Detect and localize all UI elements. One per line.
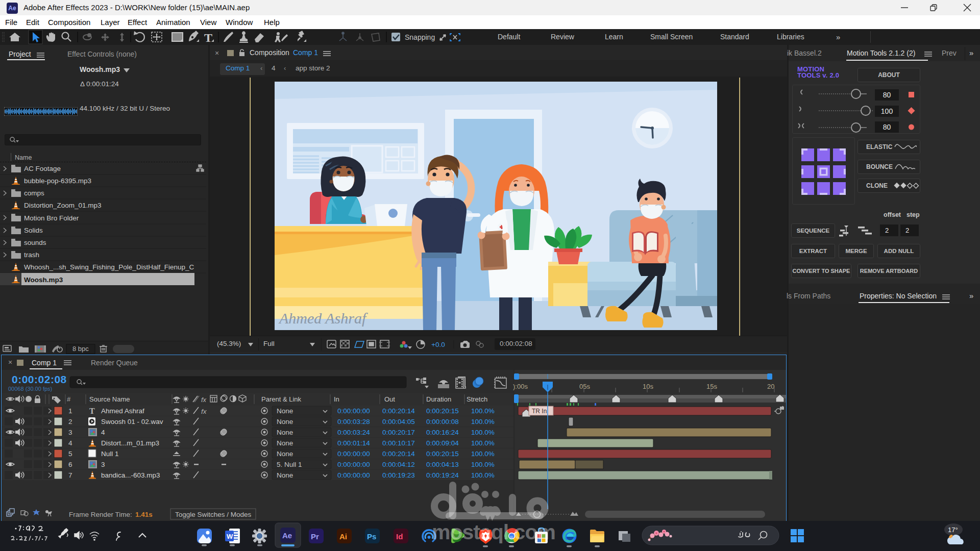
svg-text:1.41s: 1.41s (135, 511, 153, 518)
svg-text:+0.0: +0.0 (431, 341, 445, 348)
svg-text:100.0%: 100.0% (471, 461, 495, 468)
svg-text:):00s: ):00s (513, 383, 528, 390)
svg-text:T: T (204, 31, 212, 44)
svg-text:0:00:00:00: 0:00:00:00 (337, 471, 370, 479)
svg-text:In: In (334, 395, 339, 403)
svg-text:Pr: Pr (311, 532, 319, 541)
svg-text:Ps: Ps (367, 532, 376, 541)
svg-text:Parent & Link: Parent & Link (261, 395, 302, 403)
svg-text:Frame Render Time:: Frame Render Time: (69, 511, 132, 518)
svg-text:#: # (67, 395, 71, 403)
svg-text:TR In: TR In (532, 408, 547, 415)
svg-text:7: 7 (68, 471, 72, 479)
svg-text:bubble-pop-6395.mp3: bubble-pop-6395.mp3 (24, 177, 91, 185)
svg-text:5: 5 (68, 450, 72, 458)
svg-text:0:00:03:28: 0:00:03:28 (337, 418, 370, 425)
svg-text:100.0%: 100.0% (471, 450, 495, 458)
svg-text:2: 2 (68, 418, 72, 425)
svg-text:0:00:16:24: 0:00:16:24 (426, 429, 459, 436)
svg-text:100.0%: 100.0% (471, 418, 495, 425)
svg-text:sounds: sounds (24, 239, 46, 246)
svg-text:100.0%: 100.0% (471, 439, 495, 447)
svg-text:0:00:20:15: 0:00:20:15 (426, 407, 459, 415)
svg-text:Duration: Duration (426, 395, 451, 403)
svg-text:×: × (8, 358, 12, 366)
svg-text:Null 1: Null 1 (101, 450, 119, 458)
svg-text:T: T (89, 407, 95, 415)
svg-text:0:00:19:24: 0:00:19:24 (426, 471, 459, 479)
svg-text:Whoosh_...sh_Swing_Fishing_Pol: Whoosh_...sh_Swing_Fishing_Pole_DistHalf… (24, 263, 194, 271)
svg-text:0:00:20:17: 0:00:20:17 (382, 429, 415, 436)
svg-text:05s: 05s (579, 383, 590, 390)
svg-text:6: 6 (68, 461, 72, 468)
svg-text:100.0%: 100.0% (471, 471, 495, 479)
svg-text:Comp 1: Comp 1 (32, 359, 57, 367)
svg-text:100.0%: 100.0% (471, 429, 495, 436)
svg-text:0:00:20:14: 0:00:20:14 (382, 407, 415, 415)
svg-text:0:00:04:13: 0:00:04:13 (426, 461, 459, 468)
svg-text:0:00:02:08: 0:00:02:08 (12, 373, 67, 385)
svg-text:0:00:00:00: 0:00:00:00 (337, 407, 370, 415)
svg-text:0:00:20:14: 0:00:20:14 (382, 450, 415, 458)
svg-text:Distort...m_01.mp3: Distort...m_01.mp3 (101, 439, 159, 447)
svg-text:Ae: Ae (282, 531, 292, 540)
svg-text:Ahmed Ashraf: Ahmed Ashraf (278, 310, 368, 327)
svg-text:5. Null 1: 5. Null 1 (277, 461, 302, 468)
svg-text:Id: Id (396, 532, 403, 541)
svg-text:Swoosh 01 - 02.wav: Swoosh 01 - 02.wav (101, 418, 163, 425)
svg-text:Motion Bro Folder: Motion Bro Folder (24, 214, 79, 222)
svg-text:3: 3 (68, 429, 72, 436)
svg-text:8 bpc: 8 bpc (72, 345, 89, 353)
svg-text:None: None (277, 450, 293, 458)
svg-text:Out: Out (384, 395, 395, 403)
svg-text:bandica...-603.mp3: bandica...-603.mp3 (101, 471, 160, 479)
svg-text:None: None (277, 439, 293, 447)
svg-text:0:00:03:24: 0:00:03:24 (337, 429, 370, 436)
svg-text:0:00:10:17: 0:00:10:17 (382, 439, 415, 447)
svg-text:Snapping: Snapping (405, 33, 435, 41)
svg-text:None: None (277, 429, 293, 436)
svg-text:trash: trash (24, 251, 39, 259)
svg-text:fx: fx (201, 408, 207, 415)
svg-text:20: 20 (767, 383, 774, 390)
svg-text:0:00:19:23: 0:00:19:23 (382, 471, 415, 479)
svg-text:Toggle Switches / Modes: Toggle Switches / Modes (175, 511, 252, 518)
svg-text:Source Name: Source Name (89, 395, 130, 403)
svg-text:17°: 17° (948, 526, 958, 534)
svg-text:fx: fx (201, 396, 207, 404)
svg-text:Stretch: Stretch (467, 395, 487, 403)
svg-text:None: None (277, 407, 293, 415)
svg-text:Render Queue: Render Queue (91, 359, 138, 367)
svg-text:AC Footage: AC Footage (24, 165, 61, 172)
svg-text:Solids: Solids (24, 227, 43, 234)
svg-text:15s: 15s (706, 383, 717, 390)
svg-text:4: 4 (68, 439, 72, 447)
svg-text:W: W (227, 533, 233, 540)
svg-text:comps: comps (24, 189, 44, 197)
svg-text:100.0%: 100.0% (471, 407, 495, 415)
svg-text:Distortion_Zoom_01.mp3: Distortion_Zoom_01.mp3 (24, 202, 102, 209)
svg-text:None: None (277, 418, 293, 425)
svg-text:0:00:00:00: 0:00:00:00 (337, 450, 370, 458)
svg-text:Woosh.mp3: Woosh.mp3 (24, 276, 63, 284)
svg-text:00068 (30.00 fps): 00068 (30.00 fps) (8, 386, 52, 392)
svg-text:0:00:20:15: 0:00:20:15 (426, 450, 459, 458)
svg-text:0:00:04:12: 0:00:04:12 (382, 461, 415, 468)
svg-text:0:00:04:05: 0:00:04:05 (382, 418, 415, 425)
svg-text:0:00:09:04: 0:00:09:04 (426, 439, 459, 447)
svg-text:1: 1 (68, 407, 72, 415)
svg-text:Ai: Ai (339, 532, 347, 541)
svg-text:0:00:01:14: 0:00:01:14 (337, 439, 370, 447)
svg-text:3: 3 (101, 461, 105, 468)
svg-text:0:00:00:08: 0:00:00:08 (426, 418, 459, 425)
svg-text:None: None (277, 471, 293, 479)
svg-text:Ahmed Ashraf: Ahmed Ashraf (101, 407, 144, 415)
svg-text:10s: 10s (643, 383, 653, 390)
svg-text:4: 4 (101, 429, 105, 436)
svg-text:0:00:00:00: 0:00:00:00 (337, 461, 370, 468)
